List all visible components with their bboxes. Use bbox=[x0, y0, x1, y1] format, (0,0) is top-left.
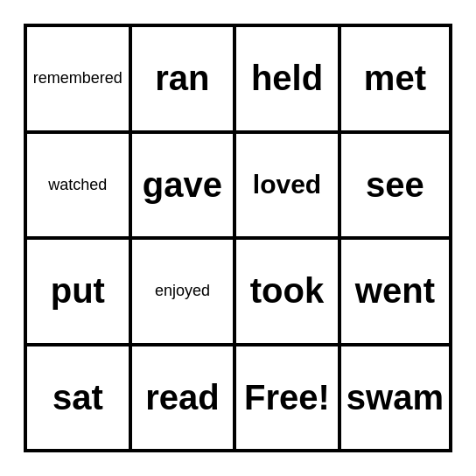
cell-text-5: gave bbox=[143, 165, 222, 205]
bingo-card: rememberedranheldmetwatchedgavelovedseep… bbox=[24, 24, 452, 452]
cell-text-6: loved bbox=[253, 170, 321, 200]
bingo-cell-1: ran bbox=[130, 25, 235, 132]
bingo-cell-4: watched bbox=[25, 132, 130, 239]
cell-text-0: remembered bbox=[33, 69, 122, 88]
bingo-cell-15: swam bbox=[340, 345, 451, 452]
cell-text-1: ran bbox=[155, 59, 209, 98]
bingo-cell-7: see bbox=[340, 132, 451, 239]
cell-text-14: Free! bbox=[244, 378, 330, 417]
bingo-cell-13: read bbox=[130, 345, 235, 452]
bingo-cell-0: remembered bbox=[25, 25, 130, 132]
bingo-cell-5: gave bbox=[130, 132, 235, 239]
cell-text-4: watched bbox=[48, 176, 107, 194]
bingo-cell-14: Free! bbox=[234, 345, 340, 452]
bingo-cell-11: went bbox=[340, 238, 451, 345]
cell-text-2: held bbox=[251, 59, 323, 98]
cell-text-7: see bbox=[366, 165, 424, 205]
cell-text-10: took bbox=[250, 271, 324, 311]
cell-text-15: swam bbox=[346, 378, 444, 417]
cell-text-11: went bbox=[355, 271, 435, 311]
cell-text-12: sat bbox=[52, 378, 103, 417]
bingo-cell-12: sat bbox=[25, 345, 130, 452]
bingo-cell-8: put bbox=[25, 238, 130, 345]
bingo-cell-3: met bbox=[340, 25, 451, 132]
cell-text-9: enjoyed bbox=[155, 282, 210, 300]
cell-text-3: met bbox=[364, 59, 426, 98]
bingo-cell-6: loved bbox=[234, 132, 340, 239]
bingo-cell-10: took bbox=[234, 238, 340, 345]
bingo-cell-2: held bbox=[234, 25, 340, 132]
bingo-cell-9: enjoyed bbox=[130, 238, 235, 345]
cell-text-8: put bbox=[51, 271, 105, 311]
cell-text-13: read bbox=[145, 378, 220, 417]
